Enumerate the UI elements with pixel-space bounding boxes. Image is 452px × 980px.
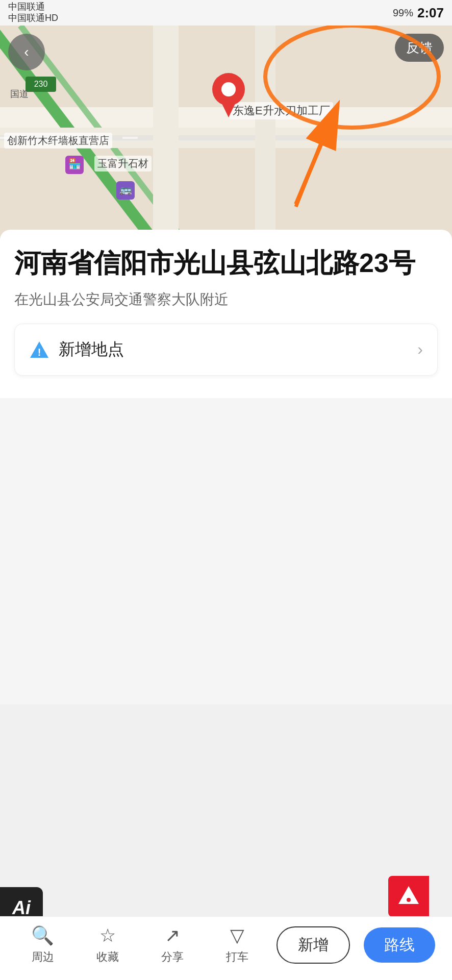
- svg-rect-12: [122, 137, 138, 139]
- carrier2-label: 中国联通HD: [8, 13, 58, 24]
- route-button[interactable]: 路线: [364, 927, 435, 963]
- nav-label-share: 分享: [161, 949, 184, 965]
- feedback-button[interactable]: 反馈: [395, 34, 444, 62]
- search-icon: 🔍: [31, 925, 54, 946]
- svg-rect-6: [153, 26, 179, 240]
- time-label: 2:07: [417, 5, 444, 21]
- svg-rect-7: [255, 26, 275, 240]
- carrier1-label: 中国联通: [8, 2, 58, 13]
- nav-label-taxi: 打车: [226, 949, 248, 965]
- address-title: 河南省信阳市光山县弦山北路23号: [14, 246, 438, 281]
- share-icon: ↗: [165, 925, 180, 946]
- add-location-label: 新增地点: [59, 338, 124, 361]
- add-button[interactable]: 新增: [277, 926, 350, 964]
- star-icon: ☆: [99, 925, 116, 946]
- empty-space: [0, 398, 452, 704]
- warning-icon: !: [29, 339, 49, 360]
- status-right: 99% 2:07: [393, 5, 444, 21]
- svg-point-29: [407, 898, 411, 902]
- add-location-left: ! 新增地点: [29, 338, 124, 361]
- svg-text:!: !: [38, 347, 41, 358]
- back-button[interactable]: ‹: [8, 34, 45, 70]
- map-label-3: 玉富升石材: [94, 156, 152, 172]
- carrier-info: 中国联通 中国联通HD: [8, 2, 58, 23]
- status-bar: 中国联通 中国联通HD 99% 2:07: [0, 0, 452, 26]
- map-label-2: 创新竹木纤墙板直营店: [4, 133, 112, 149]
- nav-item-share[interactable]: ↗ 分享: [147, 925, 198, 965]
- nav-label-favorite: 收藏: [96, 949, 119, 965]
- nav-item-favorite[interactable]: ☆ 收藏: [82, 925, 133, 965]
- location-pin: [211, 71, 246, 119]
- watermark-logo: [388, 876, 429, 917]
- chevron-right-icon: ›: [417, 340, 423, 359]
- svg-text:🚌: 🚌: [119, 183, 132, 195]
- address-subtitle: 在光山县公安局交通警察大队附近: [14, 290, 438, 309]
- bottom-nav: 🔍 周边 ☆ 收藏 ↗ 分享 ▽ 打车 新增 路线: [0, 916, 452, 980]
- taxi-icon: ▽: [230, 925, 244, 946]
- svg-text:230: 230: [34, 80, 48, 88]
- nav-item-nearby[interactable]: 🔍 周边: [17, 925, 68, 965]
- svg-point-21: [221, 82, 236, 96]
- add-location-card[interactable]: ! 新增地点 ›: [14, 324, 438, 376]
- svg-marker-22: [220, 100, 237, 117]
- svg-text:🏪: 🏪: [68, 158, 81, 170]
- content-panel: 河南省信阳市光山县弦山北路23号 在光山县公安局交通警察大队附近 ! 新增地点 …: [0, 230, 452, 398]
- svg-text:国道: 国道: [10, 89, 29, 99]
- nav-item-taxi[interactable]: ▽ 打车: [212, 925, 263, 965]
- map-area: 230 国道 🚌 🏪 东逸E升水刀加工厂 创新竹木纤墙板直营店 玉富升石材 ‹ …: [0, 26, 452, 240]
- nav-label-nearby: 周边: [32, 949, 54, 965]
- battery-label: 99%: [393, 7, 413, 19]
